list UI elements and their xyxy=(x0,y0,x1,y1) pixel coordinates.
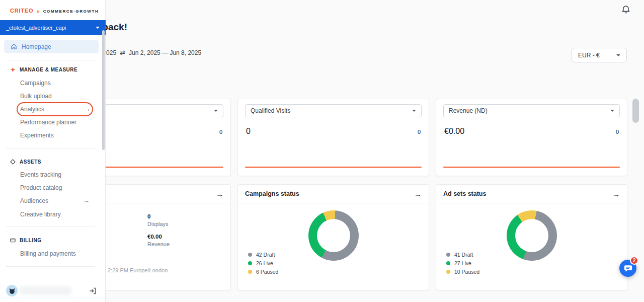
last-update-timestamp: 2:29 PM Europe/London xyxy=(108,267,168,273)
divider xyxy=(6,266,95,267)
legend-dot xyxy=(248,253,252,257)
campaigns-status-card: Campaigns status → 42 Draft 26 Live 6 Pa… xyxy=(237,184,429,290)
metric-card-2: Qualified Visits 0 0 xyxy=(237,99,429,176)
chevron-down-icon xyxy=(214,110,218,112)
flat-sparkline xyxy=(443,167,620,168)
metric-selector-label: Qualified Visits xyxy=(251,107,290,114)
chat-unread-badge: 2 xyxy=(630,256,638,265)
legend-dot xyxy=(446,261,450,265)
section-title: MANAGE & MEASURE xyxy=(20,67,77,72)
sidebar-item-product-catalog[interactable]: Product catalog xyxy=(20,181,62,194)
section-manage-measure: MANAGE & MEASURE xyxy=(10,66,77,73)
sidebar-item-campaigns[interactable]: Campaigns xyxy=(20,77,51,90)
arrow-right-icon[interactable]: → xyxy=(612,190,620,198)
legend-label: 27 Live xyxy=(454,260,471,266)
overview-metric-value: €0.00 xyxy=(147,234,170,240)
chevron-down-icon xyxy=(616,54,620,56)
divider xyxy=(6,226,95,226)
arrow-right-icon: → xyxy=(83,194,90,207)
sidebar-item-experiments[interactable]: Experiments xyxy=(20,129,54,142)
sidebar-item-analytics[interactable]: Analytics xyxy=(20,103,44,116)
chevron-down-icon xyxy=(412,110,416,112)
advertiser-name: _ctotest_advertiser_capi xyxy=(6,25,66,31)
overview-metrics: 0 Displays €0.00 Revenue xyxy=(147,213,170,247)
campaigns-status-donut-chart xyxy=(308,210,359,261)
section-billing: BILLING xyxy=(10,237,42,244)
section-title: BILLING xyxy=(20,238,42,243)
sidebar-item-bulk-upload[interactable]: Bulk upload xyxy=(20,90,52,103)
legend-label: 26 Live xyxy=(256,260,273,266)
metric-selector[interactable]: Qualified Visits xyxy=(245,104,422,117)
brand-logo-product: COMMERCE-GROWTH xyxy=(43,9,99,14)
chevron-down-icon xyxy=(610,110,614,112)
overview-metric: 0 Displays xyxy=(147,213,170,227)
page-scrollbar[interactable] xyxy=(632,99,639,123)
sidebar-item-label: Homepage xyxy=(22,43,51,50)
credit-card-icon xyxy=(10,238,16,243)
metric-compare-value: 0 xyxy=(418,129,421,135)
sidebar-item-creative-library[interactable]: Creative library xyxy=(20,208,61,221)
brand-logo: CRITEO // COMMERCE-GROWTH xyxy=(10,6,99,15)
section-title: ASSETS xyxy=(20,159,41,165)
legend-item: 26 Live xyxy=(248,260,278,266)
arrow-right-icon[interactable]: → xyxy=(414,190,422,198)
user-avatar[interactable] xyxy=(6,285,18,296)
arrow-right-icon: → xyxy=(84,103,91,116)
metric-selector[interactable]: Revenue (ND) xyxy=(443,104,620,117)
brand-logo-separator: // xyxy=(37,9,39,14)
legend-label: 42 Draft xyxy=(256,252,275,258)
advertiser-selector[interactable]: _ctotest_advertiser_capi xyxy=(0,20,106,35)
home-icon xyxy=(11,43,17,50)
legend-item: 41 Draft xyxy=(446,252,479,258)
legend-dot xyxy=(248,270,252,274)
currency-value: EUR - € xyxy=(578,52,600,59)
ad-sets-status-card: Ad sets status → 41 Draft 27 Live 10 Pau… xyxy=(436,184,627,290)
sparkle-icon xyxy=(10,67,16,72)
metric-card-3: Revenue (ND) €0.00 0 xyxy=(436,99,627,176)
sidebar-item-homepage[interactable]: Homepage xyxy=(4,40,99,53)
legend-dot xyxy=(446,270,450,274)
metric-value: 0 xyxy=(246,127,251,136)
brand-logo-criteo: CRITEO xyxy=(10,8,33,14)
card-title: Ad sets status xyxy=(443,190,486,197)
metric-value: €0.00 xyxy=(444,127,464,136)
sidebar-item-performance-planner[interactable]: Performance planner xyxy=(20,116,76,129)
chevron-down-icon xyxy=(96,27,100,29)
metric-selector-label: Revenue (ND) xyxy=(449,107,488,114)
legend-dot xyxy=(446,253,450,257)
legend-item: 10 Paused xyxy=(446,269,479,275)
notifications-bell-icon[interactable] xyxy=(621,5,630,14)
sidebar-item-billing-and-payments[interactable]: Billing and payments xyxy=(20,247,76,260)
user-name-redacted xyxy=(20,286,71,295)
arrow-right-icon[interactable]: → xyxy=(216,190,223,198)
overview-metric-label: Revenue xyxy=(147,241,170,247)
legend-dot xyxy=(248,261,252,265)
collapse-sidebar-icon[interactable] xyxy=(89,287,97,295)
diamond-icon xyxy=(10,159,16,165)
sidebar: CRITEO // COMMERCE-GROWTH _ctotest_adver… xyxy=(0,0,106,302)
legend: 42 Draft 26 Live 6 Paused xyxy=(248,252,278,275)
date-range-current: Jun 2, 2025 — Jun 8, 2025 xyxy=(129,49,201,56)
card-title: Campaigns status xyxy=(245,190,299,197)
overview-metric-label: Displays xyxy=(147,221,170,227)
flat-sparkline xyxy=(245,167,422,168)
divider xyxy=(6,60,95,60)
metric-compare-value: 0 xyxy=(616,129,619,135)
compare-arrows-icon: ⇄ xyxy=(120,49,125,56)
section-assets: ASSETS xyxy=(10,158,41,165)
legend-label: 41 Draft xyxy=(454,252,473,258)
sidebar-item-audiences[interactable]: Audiences xyxy=(20,194,48,207)
legend-item: 42 Draft xyxy=(248,252,278,258)
sidebar-scrollbar[interactable] xyxy=(102,30,105,150)
divider xyxy=(6,148,95,149)
legend-item: 27 Live xyxy=(446,260,479,266)
currency-selector[interactable]: EUR - € xyxy=(572,48,627,62)
ad-sets-status-donut-chart xyxy=(507,210,557,261)
legend: 41 Draft 27 Live 10 Paused xyxy=(446,252,479,275)
overview-metric-value: 0 xyxy=(147,213,170,219)
metric-compare-value: 0 xyxy=(219,129,222,135)
legend-label: 6 Paused xyxy=(256,269,278,275)
legend-item: 6 Paused xyxy=(248,269,278,275)
sidebar-item-events-tracking[interactable]: Events tracking xyxy=(20,168,61,181)
legend-label: 10 Paused xyxy=(454,269,479,275)
